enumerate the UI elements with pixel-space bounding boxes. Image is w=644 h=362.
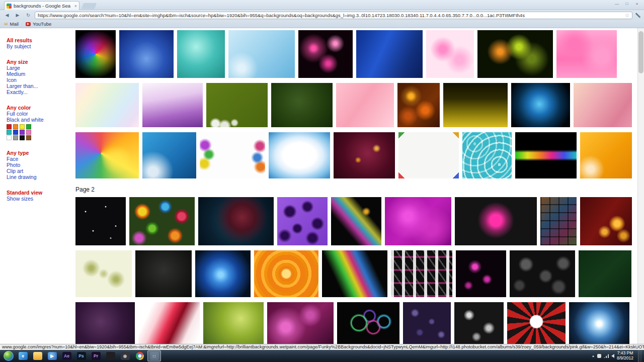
image-result-red-white-light-streaks[interactable] <box>138 302 200 344</box>
image-result-purple-grunge-floral[interactable] <box>142 83 203 127</box>
image-result-charcoal-gradient[interactable] <box>135 250 192 297</box>
image-result-teal-water-texture[interactable] <box>177 30 225 78</box>
image-result-pink-ornate-swirls[interactable] <box>574 83 632 127</box>
image-result-green-blur-gradient[interactable] <box>203 302 264 344</box>
color-swatch-eeee33[interactable] <box>20 124 25 129</box>
sidebar-filter-any-type[interactable]: Any type <box>7 150 72 156</box>
camera-lens-app-icon[interactable]: ◉ <box>118 350 132 361</box>
sidebar-item-clip-art[interactable]: Clip art <box>7 168 72 174</box>
sidebar-item-face[interactable]: Face <box>7 156 72 162</box>
sidebar-item-photo[interactable]: Photo <box>7 162 72 168</box>
image-result-rainbow-equalizer-black[interactable] <box>515 132 577 178</box>
sidebar-item-line-drawing[interactable]: Line drawing <box>7 174 72 180</box>
sidebar-filter-any-size[interactable]: Any size <box>7 59 72 65</box>
sidebar-filter-all-results[interactable]: All results <box>7 37 72 43</box>
image-result-light-blue-floral[interactable] <box>228 30 295 78</box>
image-result-blue-ice-explosion[interactable] <box>569 302 629 344</box>
bookmark-youtube[interactable]: ▶ YouTube <box>26 21 51 27</box>
image-result-thumbnail-collage[interactable] <box>540 197 577 245</box>
color-swatch-8833cc[interactable] <box>20 130 25 135</box>
new-tab-button[interactable] <box>82 3 97 9</box>
image-result-dark-blue-waves[interactable] <box>356 30 423 78</box>
show-desktop-button[interactable] <box>638 350 642 362</box>
sidebar-item-show-sizes[interactable]: Show sizes <box>7 196 72 202</box>
close-button[interactable]: × <box>632 1 642 8</box>
media-player-icon[interactable]: ▶ <box>45 350 59 361</box>
sidebar-item-large[interactable]: Large <box>7 65 72 71</box>
image-result-gray-stars-black[interactable] <box>510 250 575 297</box>
image-result-pink-hearts-pastel[interactable] <box>426 30 474 78</box>
image-result-pink-splatter-on-black[interactable] <box>298 30 353 78</box>
image-result-neon-fractal-on-black[interactable] <box>75 30 116 78</box>
image-result-butterfly-swirl-black[interactable] <box>331 197 381 245</box>
image-result-black-white-plaid-pink[interactable] <box>391 250 452 297</box>
image-result-orange-white-floral[interactable] <box>580 132 632 178</box>
image-result-orange-dotted-spiral[interactable] <box>254 250 318 297</box>
forward-button[interactable]: ▶ <box>14 12 22 19</box>
hidden-icons-arrow[interactable]: ▲ <box>592 354 595 357</box>
color-swatch-ffffff[interactable] <box>7 135 12 140</box>
photoshop-icon[interactable]: Ps <box>74 350 88 361</box>
sidebar-item-medium[interactable]: Medium <box>7 71 72 77</box>
image-result-green-with-white-circles[interactable] <box>206 83 268 127</box>
maximize-button[interactable]: □ <box>622 1 632 8</box>
image-result-blue-smoke-swirl-black[interactable] <box>511 83 570 127</box>
image-result-blue-frame-white-center[interactable] <box>269 132 330 178</box>
sidebar-item-exactly[interactable]: Exactly... <box>7 89 72 95</box>
color-swatch-2244cc[interactable] <box>13 130 18 135</box>
sidebar-filter-any-color[interactable]: Any color <box>7 105 72 111</box>
tray-app-icon[interactable] <box>597 354 601 358</box>
back-button[interactable]: ◀ <box>3 12 11 19</box>
address-bar[interactable]: https://www.google.com/search?num=10&hl=… <box>35 12 632 19</box>
after-effects-icon[interactable]: Ae <box>60 350 73 361</box>
image-result-red-rays-silhouette[interactable] <box>507 302 566 344</box>
color-swatch-ee8822[interactable] <box>13 124 18 129</box>
tab-close-icon[interactable]: × <box>74 4 77 9</box>
image-result-pink-grunge-texture[interactable] <box>336 83 394 127</box>
color-swatch-cc2222[interactable] <box>7 124 12 129</box>
image-result-pink-star-stamp-black[interactable] <box>455 197 537 245</box>
image-result-purple-stars-pattern[interactable] <box>403 302 451 344</box>
image-result-cream-olive-flourish[interactable] <box>75 250 132 297</box>
image-result-purple-smoke-texture[interactable] <box>75 302 135 344</box>
internet-explorer-icon[interactable]: e <box>16 350 30 361</box>
screen-recorder-window-icon[interactable]: □ <box>147 350 161 361</box>
wrench-menu-icon[interactable] <box>635 13 641 18</box>
bookmark-star-icon[interactable]: ☆ <box>625 13 629 18</box>
image-result-red-gold-ornaments[interactable] <box>580 197 632 245</box>
image-result-crayons-white[interactable] <box>398 132 459 178</box>
image-result-blue-starry-glow[interactable] <box>119 30 174 78</box>
color-swatch-885522[interactable] <box>26 135 31 140</box>
color-swatch-111111[interactable] <box>20 135 25 140</box>
color-swatch-22aa33[interactable] <box>26 124 31 129</box>
premiere-icon[interactable]: Pr <box>89 350 103 361</box>
windows-explorer-icon[interactable] <box>31 350 44 361</box>
color-swatch-999999[interactable] <box>13 135 18 140</box>
image-result-black-white-ornate-swirls[interactable] <box>454 302 504 344</box>
adobe-dark-app-icon[interactable] <box>104 350 117 361</box>
image-result-teal-swirl-pattern[interactable] <box>462 132 512 178</box>
sidebar-item-larger-than[interactable]: Larger than... <box>7 83 72 89</box>
image-result-pink-hearts-black[interactable] <box>456 250 506 297</box>
sidebar-item-by-subject[interactable]: By subject <box>7 43 72 49</box>
image-result-dark-green-texture[interactable] <box>579 250 631 297</box>
image-result-magenta-flowers-dark[interactable] <box>267 302 334 344</box>
sidebar-filter-standard-view[interactable]: Standard view <box>7 190 72 196</box>
sidebar-item-icon[interactable]: Icon <box>7 77 72 83</box>
start-button[interactable] <box>2 350 15 361</box>
reload-button[interactable]: ↻ <box>24 12 32 19</box>
color-swatch-22bbbb[interactable] <box>7 130 12 135</box>
image-result-magenta-hearts[interactable] <box>385 197 451 245</box>
network-icon[interactable] <box>604 354 609 358</box>
image-result-orange-circles-dark[interactable] <box>397 83 440 127</box>
image-result-rainbow-streaks-black[interactable] <box>322 250 387 297</box>
browser-tab[interactable]: backgrounds - Google Sea × <box>4 1 79 10</box>
sidebar-item-full-color[interactable]: Full color <box>7 111 72 117</box>
image-result-balloons-border-white[interactable] <box>200 132 265 178</box>
image-result-dark-forest-moss[interactable] <box>271 83 333 127</box>
image-result-black-starfield[interactable] <box>75 197 126 245</box>
bookmark-mail[interactable]: ✉ Mail <box>4 21 19 27</box>
scrollbar[interactable] <box>637 28 644 344</box>
image-result-gold-black-gradient-swirls[interactable] <box>443 83 508 127</box>
image-result-green-orange-sparkle-black[interactable] <box>477 30 553 78</box>
